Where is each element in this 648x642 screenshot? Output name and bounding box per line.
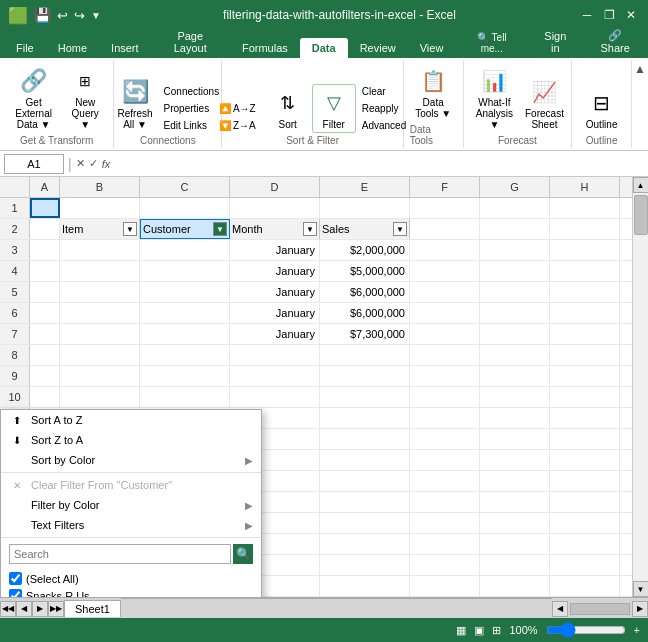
checkbox-snacks-r-us[interactable] (9, 589, 22, 597)
cell-h4[interactable] (550, 261, 620, 281)
cell-h6[interactable] (550, 303, 620, 323)
scroll-track[interactable] (633, 193, 648, 581)
quick-access-redo[interactable]: ↪ (74, 8, 85, 23)
h-scroll-thumb[interactable] (570, 603, 630, 615)
sort-za-button[interactable]: 🔽Z→A (215, 118, 260, 133)
tab-home[interactable]: Home (46, 38, 99, 58)
restore-button[interactable]: ❐ (600, 6, 618, 24)
cell-b5[interactable] (60, 282, 140, 302)
cell-c6[interactable] (140, 303, 230, 323)
cell-a3[interactable] (30, 240, 60, 260)
close-button[interactable]: ✕ (622, 6, 640, 24)
cell-a6[interactable] (30, 303, 60, 323)
cell-c1[interactable] (140, 198, 230, 218)
cell-a2[interactable] (30, 219, 60, 239)
col-header-g[interactable]: G (480, 177, 550, 197)
view-layout-icon[interactable]: ▣ (474, 624, 484, 637)
cell-h5[interactable] (550, 282, 620, 302)
cell-g4[interactable] (480, 261, 550, 281)
cell-c4[interactable] (140, 261, 230, 281)
menu-item-filter-by-color[interactable]: Filter by Color ▶ (1, 495, 261, 515)
sheet-tab-1[interactable]: Sheet1 (64, 600, 121, 617)
advanced-button[interactable]: Advanced (358, 118, 410, 133)
row-header-3[interactable]: 3 (0, 240, 30, 260)
cell-a5[interactable] (30, 282, 60, 302)
cell-c7[interactable] (140, 324, 230, 344)
view-page-break-icon[interactable]: ⊞ (492, 624, 501, 637)
filter-cell-customer[interactable]: Customer ▼ (140, 219, 230, 239)
cancel-formula-icon[interactable]: ✕ (76, 157, 85, 170)
cell-d3[interactable]: January (230, 240, 320, 260)
cell-e1[interactable] (320, 198, 410, 218)
row-header-6[interactable]: 6 (0, 303, 30, 323)
edit-links-button[interactable]: Edit Links (160, 118, 224, 133)
cell-h3[interactable] (550, 240, 620, 260)
quick-access-customize[interactable]: ▼ (91, 10, 101, 21)
scroll-down-button[interactable]: ▼ (633, 581, 649, 597)
cell-b4[interactable] (60, 261, 140, 281)
cell-g1[interactable] (480, 198, 550, 218)
tab-review[interactable]: Review (348, 38, 408, 58)
cell-g7[interactable] (480, 324, 550, 344)
tab-data[interactable]: Data (300, 38, 348, 58)
formula-input[interactable] (114, 158, 644, 170)
h-scroll-right[interactable]: ▶ (632, 601, 648, 617)
cell-g2[interactable] (480, 219, 550, 239)
cell-e4[interactable]: $5,000,000 (320, 261, 410, 281)
reapply-button[interactable]: Reapply (358, 101, 410, 116)
col-header-b[interactable]: B (60, 177, 140, 197)
confirm-formula-icon[interactable]: ✓ (89, 157, 98, 170)
cell-f5[interactable] (410, 282, 480, 302)
filter-cell-sales[interactable]: Sales ▼ (320, 219, 410, 239)
row-header-4[interactable]: 4 (0, 261, 30, 281)
tab-tell-me[interactable]: 🔍 Tell me... (455, 28, 528, 58)
filter-cell-item[interactable]: Item ▼ (60, 219, 140, 239)
cell-e7[interactable]: $7,300,000 (320, 324, 410, 344)
filter-button[interactable]: ▽ Filter (312, 84, 356, 133)
view-normal-icon[interactable]: ▦ (456, 624, 466, 637)
cell-d1[interactable] (230, 198, 320, 218)
search-button[interactable]: 🔍 (233, 544, 253, 564)
cell-f3[interactable] (410, 240, 480, 260)
tab-file[interactable]: File (4, 38, 46, 58)
col-header-a[interactable]: A (30, 177, 60, 197)
zoom-slider[interactable] (546, 624, 626, 636)
cell-g5[interactable] (480, 282, 550, 302)
col-header-e[interactable]: E (320, 177, 410, 197)
tab-insert[interactable]: Insert (99, 38, 151, 58)
cell-d5[interactable]: January (230, 282, 320, 302)
tab-sign-in[interactable]: Sign in (528, 26, 582, 58)
tab-page-layout[interactable]: Page Layout (151, 26, 230, 58)
cell-c5[interactable] (140, 282, 230, 302)
row-header-8[interactable]: 8 (0, 345, 30, 365)
menu-item-sort-za[interactable]: ⬇ Sort Z to A (1, 430, 261, 450)
cell-e3[interactable]: $2,000,000 (320, 240, 410, 260)
row-header-9[interactable]: 9 (0, 366, 30, 386)
connections-button[interactable]: Connections (160, 84, 224, 99)
ribbon-collapse[interactable]: ▲ (632, 60, 648, 148)
cell-h1[interactable] (550, 198, 620, 218)
refresh-all-button[interactable]: 🔄 RefreshAll ▼ (113, 73, 158, 133)
sort-az-button[interactable]: 🔼A→Z (215, 101, 260, 116)
tab-view[interactable]: View (408, 38, 456, 58)
filter-btn-item[interactable]: ▼ (123, 222, 137, 236)
row-header-10[interactable]: 10 (0, 387, 30, 407)
cell-g6[interactable] (480, 303, 550, 323)
cell-b3[interactable] (60, 240, 140, 260)
sheet-scroll-next[interactable]: ▶ (32, 601, 48, 617)
cell-c3[interactable] (140, 240, 230, 260)
cell-b7[interactable] (60, 324, 140, 344)
what-if-button[interactable]: 📊 What-IfAnalysis ▼ (468, 62, 520, 133)
cell-a7[interactable] (30, 324, 60, 344)
cell-a4[interactable] (30, 261, 60, 281)
checkbox-select-all[interactable] (9, 572, 22, 585)
cell-h2[interactable] (550, 219, 620, 239)
properties-button[interactable]: Properties (160, 101, 224, 116)
tab-formulas[interactable]: Formulas (230, 38, 300, 58)
filter-btn-customer[interactable]: ▼ (213, 222, 227, 236)
cell-h7[interactable] (550, 324, 620, 344)
quick-access-save[interactable]: 💾 (34, 7, 51, 23)
cell-a1[interactable] (30, 198, 60, 218)
filter-cell-month[interactable]: Month ▼ (230, 219, 320, 239)
cell-b6[interactable] (60, 303, 140, 323)
